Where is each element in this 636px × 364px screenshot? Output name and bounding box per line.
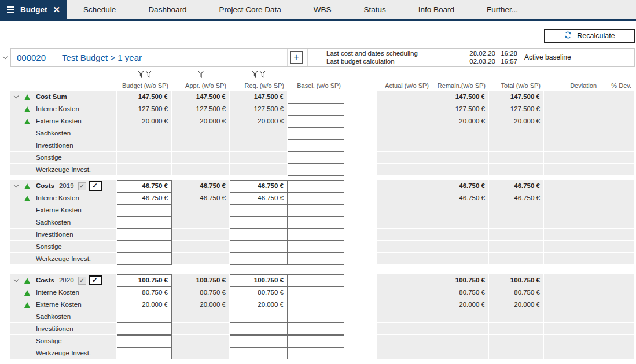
cell-budget[interactable]: 100.750 € [117, 274, 172, 287]
row-label-cell[interactable]: Sonstige [10, 152, 117, 164]
cell-basel[interactable] [288, 204, 344, 216]
cell-req[interactable] [230, 229, 288, 241]
cell-budget[interactable] [117, 253, 172, 265]
cell-budget[interactable]: 80.750 € [117, 286, 172, 299]
cell-basel[interactable] [288, 241, 344, 253]
column-header-percent-dev[interactable]: % Dev. [600, 69, 635, 91]
row-label-cell[interactable]: Interne Kosten [10, 286, 117, 299]
cell-budget[interactable] [117, 335, 172, 347]
cell-budget[interactable] [117, 204, 172, 216]
filter-icons[interactable] [138, 71, 151, 78]
filter-icons[interactable] [252, 71, 266, 78]
cell-budget[interactable]: 46.750 € [117, 180, 172, 193]
collapse-chevron-icon[interactable] [10, 185, 22, 187]
tab-schedule[interactable]: Schedule [67, 0, 132, 19]
cell-basel[interactable] [288, 274, 344, 287]
tab-status[interactable]: Status [347, 0, 402, 19]
menu-icon[interactable] [7, 6, 14, 13]
cell-basel[interactable] [288, 311, 344, 323]
cell-budget[interactable] [117, 241, 172, 253]
cell-req[interactable] [230, 216, 288, 229]
cell-req[interactable]: 100.750 € [230, 274, 288, 287]
tab-budget[interactable]: Budget ✕ [0, 0, 67, 19]
cell-basel[interactable] [288, 335, 344, 347]
collapse-header-chevron-icon[interactable] [0, 57, 10, 58]
cell-req[interactable] [230, 323, 288, 335]
row-label-cell[interactable]: Werkzeuge Invest. [10, 253, 117, 265]
cell-budget[interactable]: 20.000 € [117, 299, 172, 311]
row-label-cell[interactable]: Werkzeuge Invest. [10, 347, 117, 359]
add-button[interactable]: + [290, 51, 303, 64]
year-checkbox[interactable]: ✓ [89, 181, 102, 191]
cell-budget[interactable] [117, 311, 172, 323]
column-header-deviation[interactable]: Deviation [544, 69, 600, 91]
row-label-cell[interactable]: Costs2020✓✓ [10, 274, 117, 287]
collapse-chevron-icon[interactable] [10, 280, 22, 281]
column-header-actual[interactable]: Actual (w/o SP) [377, 69, 432, 91]
cell-basel[interactable] [288, 347, 344, 359]
cell-basel[interactable] [288, 91, 344, 104]
cell-basel[interactable] [288, 103, 344, 116]
cell-req[interactable]: 46.750 € [230, 180, 288, 193]
cell-req[interactable] [230, 311, 288, 323]
row-label-cell[interactable]: Sachkosten [10, 311, 117, 323]
row-label-cell[interactable]: Sonstige [10, 241, 117, 253]
column-header-req[interactable]: Req. (w/o SP) [230, 69, 288, 91]
tab-wbs[interactable]: WBS [297, 0, 348, 19]
cell-req[interactable] [230, 204, 288, 216]
row-label-cell[interactable]: Externe Kosten [10, 115, 117, 128]
cell-basel[interactable] [288, 216, 344, 229]
cell-basel[interactable] [288, 323, 344, 335]
column-header-basel[interactable]: Basel. (w/o SP) [288, 69, 344, 91]
cell-basel[interactable] [288, 253, 344, 265]
cell-req[interactable]: 46.750 € [230, 192, 288, 205]
row-label-cell[interactable]: Externe Kosten [10, 204, 117, 216]
row-label-cell[interactable]: Interne Kosten [10, 103, 117, 116]
row-label-cell[interactable]: Interne Kosten [10, 192, 117, 205]
cell-basel[interactable] [288, 229, 344, 241]
cell-basel[interactable] [288, 286, 344, 299]
row-label-cell[interactable]: Investitionen [10, 139, 117, 152]
row-label-cell[interactable]: Externe Kosten [10, 299, 117, 311]
tab-further[interactable]: Further... [470, 0, 534, 19]
project-title-field[interactable]: Test Budget > 1 year [62, 53, 142, 62]
row-label-cell[interactable]: Sonstige [10, 335, 117, 347]
cell-budget[interactable] [117, 323, 172, 335]
column-header-appr[interactable]: Appr. (w/o SP) [172, 69, 230, 91]
cell-basel[interactable] [288, 192, 344, 205]
cell-req[interactable]: 80.750 € [230, 286, 288, 299]
tab-info-board[interactable]: Info Board [402, 0, 470, 19]
cell-basel[interactable] [288, 180, 344, 193]
row-label-cell[interactable]: Investitionen [10, 229, 117, 241]
close-icon[interactable]: ✕ [53, 5, 61, 14]
row-label-cell[interactable]: Cost Sum [10, 91, 117, 104]
cell-req[interactable]: 20.000 € [230, 299, 288, 311]
cell-basel[interactable] [288, 164, 344, 176]
column-header-remain[interactable]: Remain.(w/o SP) [432, 69, 489, 91]
collapse-chevron-icon[interactable] [10, 96, 22, 98]
tab-dashboard[interactable]: Dashboard [132, 0, 203, 19]
filter-icons[interactable] [198, 71, 204, 78]
project-id-field[interactable]: 000020 [17, 53, 62, 62]
cell-budget[interactable]: 46.750 € [117, 192, 172, 205]
cell-basel[interactable] [288, 299, 344, 311]
recalculate-button[interactable]: Recalculate [544, 29, 635, 43]
cell-basel[interactable] [288, 115, 344, 128]
column-header-budget[interactable]: Budget (w/o SP) [117, 69, 172, 91]
cell-req[interactable] [230, 241, 288, 253]
year-checkbox[interactable]: ✓ [89, 275, 102, 285]
cell-basel[interactable] [288, 127, 344, 139]
cell-budget[interactable] [117, 229, 172, 241]
tab-project-core-data[interactable]: Project Core Data [203, 0, 297, 19]
cell-req[interactable] [230, 347, 288, 359]
cell-budget[interactable] [117, 347, 172, 359]
cell-basel[interactable] [288, 152, 344, 164]
row-label-cell[interactable]: Costs2019✓✓ [10, 180, 117, 193]
row-label-cell[interactable]: Investitionen [10, 323, 117, 335]
cell-req[interactable] [230, 335, 288, 347]
row-label-cell[interactable]: Sachkosten [10, 216, 117, 229]
cell-basel[interactable] [288, 139, 344, 152]
cell-req[interactable] [230, 253, 288, 265]
row-label-cell[interactable]: Werkzeuge Invest. [10, 164, 117, 176]
column-header-total[interactable]: Total (w/o SP) [489, 69, 544, 91]
